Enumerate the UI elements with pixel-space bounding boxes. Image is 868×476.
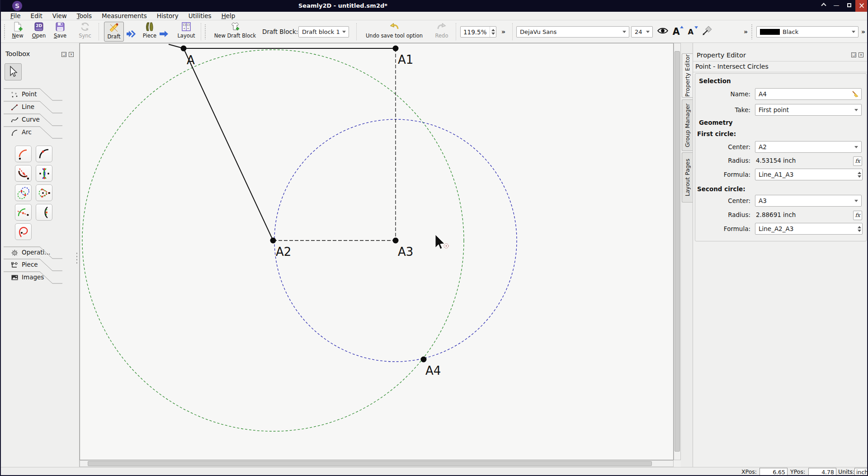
name-input[interactable]: A4	[755, 88, 862, 100]
piece-mode-button[interactable]: Piece	[140, 21, 160, 42]
toolbar-separator	[512, 23, 513, 40]
point-a3[interactable]	[393, 238, 399, 244]
label-a1[interactable]: A1	[398, 53, 413, 66]
intersect-arcs-icon	[38, 167, 51, 180]
second-formula-input[interactable]: Line_A2_A3	[755, 223, 863, 235]
toolbox-category-arc[interactable]: Arc	[4, 126, 62, 139]
toolbar-overflow-button[interactable]: »	[501, 20, 505, 43]
second-radius-formula-button[interactable]: fx	[853, 211, 862, 220]
spin-up-icon[interactable]	[858, 172, 861, 174]
new-button[interactable]: New	[8, 21, 27, 42]
select-tool-button[interactable]	[5, 63, 22, 80]
color-value: Black	[783, 28, 798, 35]
first-formula-input[interactable]: Line_A1_A3	[755, 169, 863, 180]
save-button[interactable]: Save	[51, 21, 70, 42]
intersect-arcs-tool-button[interactable]	[36, 165, 52, 182]
arc-with-given-length-tool-button[interactable]	[36, 204, 52, 221]
tool-title: Point - Intersect Circles	[695, 63, 769, 70]
vertical-scrollbar-thumb[interactable]	[675, 51, 680, 452]
horizontal-scrollbar-thumb[interactable]	[88, 461, 652, 466]
menu-file[interactable]: File	[5, 12, 26, 19]
toolbox-category-curve[interactable]: Curve	[4, 113, 62, 126]
label-a4[interactable]: A4	[425, 364, 441, 377]
menu-view[interactable]: View	[47, 12, 72, 19]
menu-tools[interactable]: Tools	[72, 12, 97, 19]
arc-intersect-axis-tool-button[interactable]	[15, 165, 32, 182]
open-button[interactable]: 2D SM2D Open	[29, 21, 48, 42]
menu-measurements[interactable]: Measurements	[97, 12, 152, 19]
menu-history[interactable]: History	[152, 12, 184, 19]
first-radius-formula-button[interactable]: fx	[853, 156, 862, 166]
to-piece-arrow-icon	[126, 30, 137, 39]
name-label: Name:	[695, 90, 750, 98]
float-panel-icon[interactable]: ❏	[851, 52, 856, 57]
layout-mode-button[interactable]: Layout	[176, 21, 197, 42]
spin-up-icon[interactable]	[858, 226, 861, 228]
undo-icon	[388, 21, 400, 32]
spin-down-icon[interactable]	[491, 33, 495, 35]
close-panel-icon[interactable]: ×	[859, 52, 863, 57]
label-a[interactable]: A	[187, 53, 195, 67]
chevron-up-icon	[821, 3, 826, 8]
vertical-scrollbar[interactable]	[674, 43, 681, 460]
undo-button[interactable]: Undo save tool option	[362, 21, 427, 42]
point-from-arc-tangent-tool-button[interactable]	[15, 204, 32, 221]
open-file-icon: 2D SM2D	[33, 21, 44, 32]
close-button[interactable]: ×	[855, 0, 868, 12]
minimize-button[interactable]: —	[830, 0, 843, 12]
maximize-button[interactable]	[843, 0, 855, 12]
toolbox-category-line[interactable]: Line	[4, 101, 62, 113]
point-a[interactable]	[181, 46, 187, 52]
intersect-circles-tool-button[interactable]	[15, 184, 32, 201]
horizontal-scrollbar[interactable]	[80, 460, 674, 467]
font-size-combo[interactable]: 24	[631, 26, 653, 38]
toolbar-separator	[99, 23, 99, 40]
second-center-combo[interactable]: A3	[755, 195, 862, 207]
tab-layout-pages[interactable]: Layout Pages	[682, 152, 693, 203]
toolbar-overflow-button[interactable]: »	[861, 20, 865, 43]
line-a-a2[interactable]	[184, 48, 273, 240]
draft-canvas[interactable]: A A1 A2 A3 A4	[80, 43, 674, 460]
point-a1[interactable]	[393, 46, 399, 52]
toolbar-overflow-button[interactable]: »	[744, 20, 748, 43]
first-center-combo[interactable]: A2	[755, 141, 862, 153]
draft-mode-button[interactable]: Draft	[104, 22, 124, 42]
close-panel-icon[interactable]: ×	[69, 52, 74, 57]
svg-text:A: A	[688, 28, 693, 36]
keep-above-button[interactable]	[817, 0, 830, 12]
label-a3[interactable]: A3	[398, 245, 413, 259]
point-from-circle-tangent-tool-button[interactable]	[36, 184, 52, 201]
tab-property-editor[interactable]: Property Editor	[682, 53, 693, 98]
toolbar-handle[interactable]	[4, 24, 5, 39]
zoom-spinbox[interactable]: 119.5%	[460, 26, 496, 38]
tab-group-manager[interactable]: Group Manager	[682, 99, 693, 151]
toolbox-category-point[interactable]: Point	[4, 88, 62, 101]
point-a4[interactable]	[421, 357, 427, 363]
toolbar-handle[interactable]	[751, 24, 753, 39]
splitter-handle[interactable]	[76, 252, 78, 264]
draft-block-combo[interactable]: Draft block 1	[298, 26, 349, 38]
line-color-combo[interactable]: Black	[756, 26, 859, 38]
new-draft-block-button[interactable]: New Draft Block	[210, 21, 260, 42]
point-a2[interactable]	[270, 238, 276, 244]
toolbar-handle[interactable]	[204, 24, 206, 39]
point-along-arc-tool-button[interactable]	[36, 146, 52, 162]
menu-help[interactable]: Help	[217, 12, 241, 19]
label-a2[interactable]: A2	[276, 245, 291, 259]
spin-down-icon[interactable]	[858, 230, 861, 232]
toolbox-category-piece[interactable]: Piece	[4, 259, 62, 271]
menu-utilities[interactable]: Utilities	[184, 12, 217, 19]
take-combo[interactable]: First point	[755, 104, 862, 116]
spin-up-icon[interactable]	[491, 29, 495, 31]
units-combo[interactable]: inch	[854, 468, 868, 476]
redo-button: Redo	[430, 21, 453, 42]
menu-edit[interactable]: Edit	[26, 12, 47, 19]
clear-broom-icon[interactable]	[852, 90, 859, 98]
arc-tool-button[interactable]	[15, 146, 32, 162]
spin-down-icon[interactable]	[858, 175, 861, 178]
toolbox-category-operations[interactable]: Operati...	[4, 246, 62, 259]
font-family-combo[interactable]: DejaVu Sans	[516, 26, 629, 38]
float-panel-icon[interactable]: ❏	[61, 52, 66, 57]
elliptical-arc-tool-button[interactable]	[15, 223, 32, 240]
toolbox-category-images[interactable]: Images	[4, 271, 62, 284]
